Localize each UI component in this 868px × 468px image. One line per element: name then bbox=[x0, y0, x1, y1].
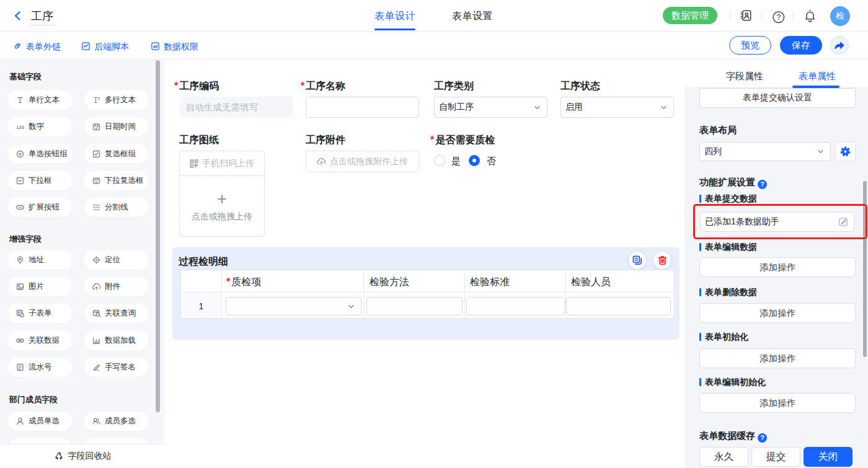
svg-text:?: ? bbox=[776, 12, 781, 22]
svg-text:123: 123 bbox=[16, 125, 24, 130]
